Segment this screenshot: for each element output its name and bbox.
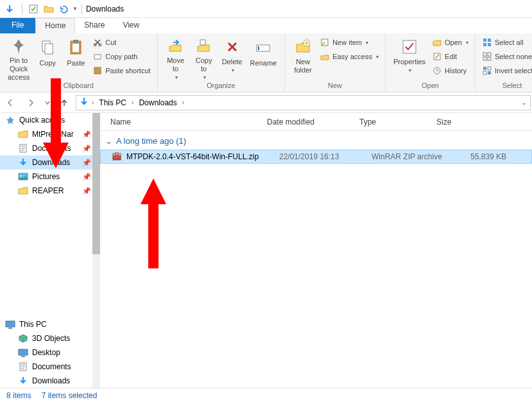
zip-icon [111, 151, 123, 162]
svg-rect-33 [6, 321, 15, 327]
desktop-icon [18, 347, 28, 358]
tab-file[interactable]: File [0, 18, 35, 33]
cut-button[interactable]: Cut [92, 36, 150, 49]
status-bar: 8 items 7 items selected [0, 388, 532, 402]
ribbon-group-open: Properties▾ Open▾ Edit History Open [386, 33, 476, 92]
paste-shortcut-button[interactable]: Paste shortcut [92, 64, 150, 77]
delete-icon [222, 37, 243, 57]
address-bar[interactable]: › This PC › Downloads › ⌄ [76, 95, 531, 110]
svg-rect-18 [483, 39, 486, 42]
computer-icon [5, 319, 15, 329]
scrollbar-thumb[interactable] [92, 113, 100, 254]
easy-access-button[interactable]: Easy access▾ [320, 50, 379, 63]
3d-objects-icon [18, 333, 28, 344]
edit-icon [432, 51, 442, 62]
undo-icon[interactable] [57, 2, 71, 16]
qat-folder-icon[interactable] [42, 2, 56, 16]
folder-icon [18, 186, 28, 196]
chevron-down-icon[interactable]: ⌄ [520, 99, 528, 106]
pin-icon [8, 37, 29, 55]
qat-properties-icon[interactable] [26, 2, 40, 16]
ribbon-group-select: Select all Select none Invert selection … [476, 33, 532, 92]
svg-rect-40 [116, 153, 118, 155]
svg-rect-27 [488, 67, 491, 70]
sidebar-pc-documents[interactable]: Documents [0, 360, 100, 374]
move-to-icon [166, 37, 186, 55]
new-folder-button[interactable]: New folder [289, 35, 317, 77]
title-bar: ▼ Downloads [0, 0, 532, 18]
svg-point-32 [21, 175, 22, 177]
file-row[interactable]: MTPDK-2.0.4-VST-64bit-Win-FULL.zip 22/01… [100, 150, 532, 164]
ribbon-tabs: File Home Share View [0, 18, 532, 33]
svg-rect-28 [483, 71, 486, 74]
chevron-right-icon[interactable]: › [181, 99, 185, 106]
pin-icon: 📌 [82, 144, 91, 153]
pin-icon: 📌 [82, 159, 91, 167]
separator [82, 3, 82, 15]
paste-icon [65, 37, 86, 58]
sidebar-pc-downloads[interactable]: Downloads [0, 374, 100, 388]
edit-button[interactable]: Edit [432, 50, 468, 63]
copy-path-icon [92, 51, 103, 62]
sidebar-item-reaper[interactable]: REAPER📌 [0, 184, 100, 198]
col-name[interactable]: Name [110, 118, 267, 127]
ribbon-group-new: New folder New item▾ Easy access▾ New [285, 33, 386, 92]
svg-rect-9 [94, 67, 101, 74]
chevron-right-icon[interactable]: › [90, 99, 95, 106]
invert-selection-icon [482, 66, 492, 76]
select-none-button[interactable]: Select none [482, 50, 532, 63]
svg-rect-4 [73, 40, 78, 43]
cut-icon [92, 37, 103, 48]
sidebar-pc-3d-objects[interactable]: 3D Objects [0, 331, 100, 345]
delete-button[interactable]: Delete▾ [218, 35, 246, 77]
tab-share[interactable]: Share [75, 18, 114, 33]
forward-button[interactable] [22, 94, 40, 112]
copy-path-button[interactable]: Copy path [92, 50, 150, 63]
breadcrumb-pc[interactable]: This PC [96, 98, 129, 107]
pin-quick-access-button[interactable]: Pin to Quick access [4, 35, 33, 77]
tab-home[interactable]: Home [35, 18, 75, 33]
col-type[interactable]: Type [359, 118, 436, 127]
paste-button[interactable]: Paste [62, 35, 90, 77]
copy-to-icon [194, 37, 214, 55]
chevron-right-icon[interactable]: › [130, 99, 135, 106]
svg-rect-24 [483, 57, 486, 60]
copy-icon [37, 37, 58, 58]
tab-view[interactable]: View [114, 18, 148, 33]
sidebar-this-pc[interactable]: This PC [0, 317, 100, 331]
app-icon[interactable] [3, 2, 17, 16]
sidebar-pc-desktop[interactable]: Desktop [0, 345, 100, 360]
new-item-button[interactable]: New item▾ [320, 36, 379, 49]
svg-rect-2 [45, 44, 53, 54]
pin-icon: 📌 [82, 130, 91, 139]
column-headers[interactable]: Name Date modified Type Size [100, 113, 532, 131]
svg-rect-29 [488, 71, 491, 74]
col-date[interactable]: Date modified [267, 118, 359, 127]
rename-button[interactable]: Rename [246, 35, 281, 77]
download-icon [18, 157, 28, 168]
file-type: WinRAR ZIP archive [372, 152, 449, 161]
open-button[interactable]: Open▾ [432, 36, 468, 49]
separator [22, 3, 22, 15]
window-title: Downloads [86, 4, 124, 13]
copy-to-button[interactable]: Copy to▾ [190, 35, 218, 77]
folder-icon [18, 129, 28, 139]
ribbon: Pin to Quick access Copy Paste Cut Copy … [0, 33, 532, 92]
properties-button[interactable]: Properties▾ [390, 35, 429, 77]
scrollbar[interactable] [92, 113, 100, 388]
group-header[interactable]: ⌄ A long time ago (1) [100, 131, 532, 150]
back-button[interactable] [1, 94, 19, 112]
move-to-button[interactable]: Move to▾ [162, 35, 190, 77]
svg-rect-34 [8, 328, 12, 329]
new-folder-icon [293, 37, 313, 57]
invert-selection-button[interactable]: Invert selection [482, 64, 532, 77]
breadcrumb-downloads[interactable]: Downloads [136, 98, 179, 107]
annotation-arrow [137, 172, 169, 268]
history-icon [432, 66, 442, 76]
history-button[interactable]: History [432, 64, 468, 77]
select-all-button[interactable]: Select all [482, 36, 532, 49]
file-name: MTPDK-2.0.4-VST-64bit-Win-FULL.zip [126, 152, 279, 161]
copy-button[interactable]: Copy [33, 35, 62, 77]
new-item-icon [320, 37, 330, 48]
col-size[interactable]: Size [436, 118, 532, 127]
